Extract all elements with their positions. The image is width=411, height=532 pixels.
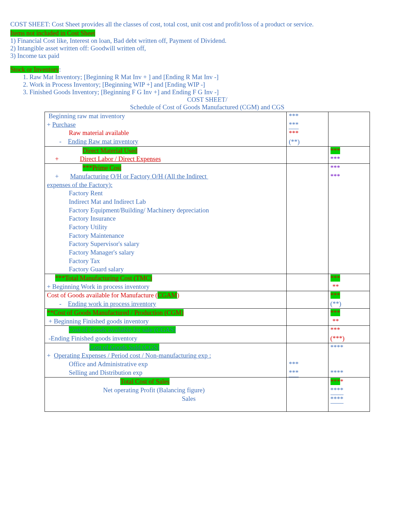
minus-sign: - [47,138,68,145]
beginning-wip: + Beginning Work in process inventory [45,283,286,291]
factory-utility: Factory Utility [45,223,286,232]
excluded-heading: Items not included in Cost Sheet [10,29,401,37]
intro-title: COST SHEET: Cost Sheet provides all the … [10,21,401,28]
amt: *** [289,369,299,378]
office-admin-exp: Office and Administrative exp [45,360,286,369]
plus-sign: + [47,173,70,180]
amt: *** [331,147,340,154]
schedule-heading-2: Schedule of Cost of Goods Manufactured (… [45,103,370,111]
amt: *** [328,326,370,334]
plus-sign: + [47,155,80,162]
cgam: CGAM [158,292,177,299]
direct-labor: Direct Labor / Direct Expenses [80,155,161,162]
amt: *** [287,129,328,138]
excluded-1: 1) Financial Cost like, Interest on loan… [10,37,401,45]
cgas: Cost of Goods available for sale (CGAS) [69,326,176,333]
row-cgm: **Cost of Goods Manufactured / Productio… [45,308,370,325]
factory-insurance: Factory Insurance [45,214,286,223]
selling-dist-exp: Selling and Distribution exp [45,369,286,377]
total-manufacturing-cost: ***Total Manufacturing Cost (TMC) [55,274,152,282]
amt: *** [287,112,328,121]
plus-sign: + [47,352,54,359]
prime-cost: ***Prime Cost [83,164,121,171]
factory-guard: Factory Guard salary [45,265,286,274]
amt: (**) [287,138,328,146]
cgam-paren: ) [177,292,179,299]
amt: *** [331,274,340,282]
factory-depreciation: Factory Equipment/Building/ Machinery de… [45,206,286,215]
sales: Sales [45,395,286,403]
plus-sign: + [47,121,52,128]
cost-sheet-table: Beginning raw mat inventory + Purchase R… [45,112,370,412]
amt: * [340,378,344,385]
stock-item-3: Finished Goods Inventory; [Beginning F G… [29,88,401,96]
excluded-3: 3) Income tax paid [10,52,401,60]
factory-supervisor: Factory Supervisor's salary [45,240,286,248]
stock-heading: Stock or Inventory: [10,66,401,73]
minus-sign: - [47,300,68,307]
amt: (**) [328,300,370,308]
row-cgs: Cost of Goods Sold (CGS) + Operating Exp… [45,343,370,378]
amt: (***) [328,334,370,343]
schedule-heading-1: COST SHEET/ [45,96,370,103]
amt: ** [328,317,370,326]
amt: *** [287,360,328,369]
factory-maintenance: Factory Maintenance [45,232,286,240]
amt: **** [331,386,344,395]
row-cgas: Cost of Goods available for sale (CGAS) … [45,326,370,343]
indirect-mat-lab: Indirect Mat and Indirect Lab [45,198,286,206]
amt: **** [328,369,370,377]
amt: **** [331,395,344,404]
factory-tax: Factory Tax [45,257,286,265]
amt: *** [331,309,340,316]
amt: *** [328,164,370,172]
row-direct-material: Direct Material Used + Direct Labor / Di… [45,146,370,163]
net-operating-profit: Net operating Profit (Balancing figure) [45,386,286,395]
amt: ** [328,283,370,291]
stock-item-2: Work in Process Inventory; [Beginning WI… [29,81,401,88]
stock-list: Raw Mat Inventory; [Beginning R Mat Inv … [29,73,401,96]
cgam-label: Cost of Goods available for Manufacture … [47,292,158,299]
factory-manager: Factory Manager's salary [45,248,286,257]
row-tmc: ***Total Manufacturing Cost (TMC) + Begi… [45,274,370,291]
excluded-2: 2) Intangible asset written off: Goodwil… [10,45,401,52]
amt: *** [328,155,370,163]
row-total-sales: Total Cost of Sales Net operating Profit… [45,378,370,412]
direct-material-used: Direct Material Used [83,147,137,154]
row-cgam: Cost of Goods available for Manufacture … [45,291,370,308]
manufacturing-oh: Manufacturing O/H or Factory O/H (All th… [70,173,208,180]
raw-material-available: Raw material available [45,129,286,137]
beginning-raw-mat: Beginning raw mat inventory [45,112,286,121]
amt: **** [328,343,370,352]
factory-rent: Factory Rent [45,189,286,198]
amt: *** [328,172,370,181]
ending-fg: -Ending Finished goods inventory [45,334,286,343]
ending-wip: Ending work in process inventory [68,300,156,307]
factory-expenses-label: expenses of the Factory): [45,181,286,189]
row-raw-materials: Beginning raw mat inventory + Purchase R… [45,112,370,147]
amt: *** [289,121,299,129]
stock-item-1: Raw Mat Inventory; [Beginning R Mat Inv … [29,73,401,81]
amt: *** [331,378,340,385]
total-cost-of-sales: Total Cost of Sales [120,378,170,385]
cgm: **Cost of Goods Manufactured / Productio… [47,309,184,316]
beginning-fg: + Beginning Finished goods inventory [45,317,286,326]
cgs: Cost of Goods Sold (CGS) [89,344,159,351]
ending-raw-mat: Ending Raw mat inventory [68,138,138,145]
operating-expenses: Operating Expenses / Period cost / Non-m… [54,352,211,359]
row-prime-cost: ***Prime Cost + Manufacturing O/H or Fac… [45,164,370,274]
purchase: Purchase [52,121,76,128]
amt: *** [331,292,340,299]
